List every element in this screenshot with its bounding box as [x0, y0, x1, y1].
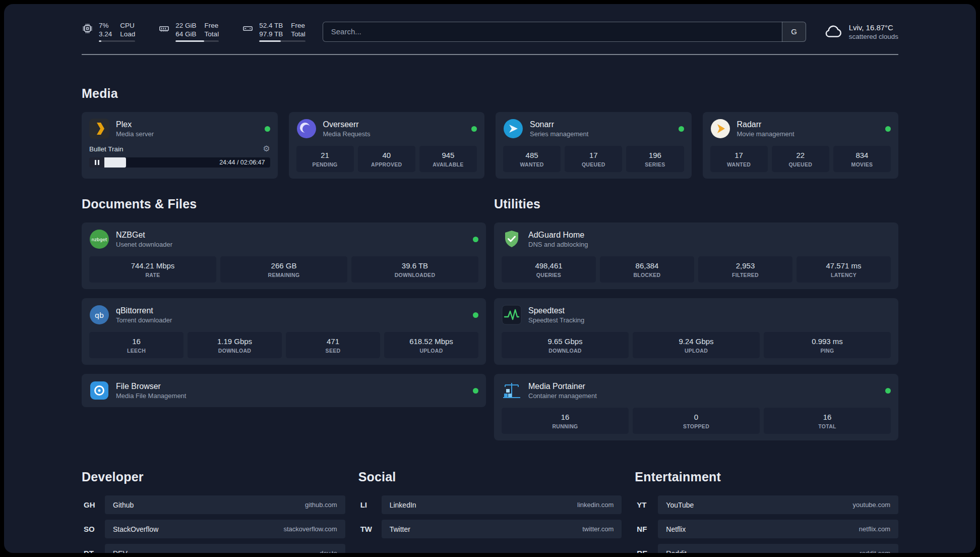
- service-desc: DNS and adblocking: [528, 241, 588, 248]
- gear-icon[interactable]: ⚙: [263, 145, 270, 153]
- section-title-utilities: Utilities: [494, 197, 898, 211]
- bookmark-link-youtube[interactable]: YouTube youtube.com: [658, 495, 898, 514]
- cpu-icon: [82, 23, 93, 34]
- stat-value: 834: [835, 151, 889, 160]
- bookmark-link-linkedin[interactable]: LinkedIn linkedin.com: [382, 495, 622, 514]
- resource-widget-cpu: 7% 3.24 CPU Load: [82, 21, 135, 42]
- disk-values: 52.4 TB 97.9 TB: [259, 21, 283, 38]
- pause-button[interactable]: [89, 157, 104, 168]
- stat-value: 16: [766, 413, 889, 422]
- bookmark-abbr: TW: [358, 520, 382, 538]
- speedtest-icon: [502, 305, 522, 325]
- disk-free: 52.4 TB: [259, 21, 283, 30]
- bookmark-url: stackoverflow.com: [283, 525, 337, 533]
- service-desc: Series management: [530, 130, 588, 138]
- service-name: Radarr: [737, 120, 794, 129]
- stat-tile: 17 WANTED: [710, 146, 768, 172]
- bookmark-abbr: DT: [82, 544, 105, 553]
- stat-tile: 16 LEECH: [89, 332, 183, 358]
- bookmark-url: linkedin.com: [577, 501, 614, 509]
- section-utilities: Utilities AdGuard Home DNS and adblockin…: [494, 197, 898, 440]
- service-card-qbittorrent[interactable]: qb qBittorrent Torrent downloader 16: [82, 298, 486, 365]
- stat-value: 40: [360, 151, 413, 160]
- service-desc: Media server: [116, 130, 154, 138]
- bookmark-abbr: SO: [82, 520, 105, 538]
- stat-label: PING: [766, 348, 889, 354]
- stat-tile: 16 TOTAL: [764, 408, 891, 434]
- cpu-values: 7% 3.24: [99, 21, 112, 38]
- bookmark-link-github[interactable]: Github github.com: [105, 495, 345, 514]
- stat-value: 9.65 Gbps: [504, 337, 627, 346]
- search-input[interactable]: [323, 22, 806, 42]
- cpu-label-bottom: Load: [120, 30, 135, 38]
- memory-free: 22 GiB: [175, 21, 196, 30]
- service-name: Sonarr: [530, 120, 588, 129]
- cloud-icon: [823, 22, 842, 41]
- stat-value: 0: [635, 413, 758, 422]
- stat-label: TOTAL: [766, 423, 889, 429]
- weather-widget: Lviv, 16.87°C scattered clouds: [823, 22, 898, 41]
- stat-value: 21: [298, 151, 352, 160]
- stat-tile: 17 QUEUED: [565, 146, 622, 172]
- section-title-social: Social: [358, 470, 622, 484]
- bookmark-link-twitter[interactable]: Twitter twitter.com: [382, 520, 622, 538]
- service-name: Speedtest: [528, 306, 584, 315]
- cpu-labels: CPU Load: [120, 21, 135, 38]
- search-bar: G: [323, 22, 806, 42]
- bookmark-name: Github: [113, 501, 134, 509]
- memory-values: 22 GiB 64 GiB: [175, 21, 196, 38]
- bookmark-name: StackOverflow: [113, 525, 158, 533]
- service-card-radarr[interactable]: Radarr Movie management 17 WANTED 22 QUE…: [703, 112, 899, 179]
- bookmark-name: Reddit: [666, 549, 686, 553]
- disk-label-bottom: Total: [291, 30, 305, 38]
- bookmark-url: reddit.com: [860, 549, 890, 553]
- bookmark-link-dev[interactable]: DEV dev.to: [105, 544, 345, 553]
- service-card-nzbget[interactable]: nzbget NZBGet Usenet downloader 744.21 M…: [82, 222, 486, 289]
- service-desc: Container management: [528, 392, 597, 400]
- section-documents: Documents & Files nzbget NZBGet Usenet d…: [82, 197, 486, 440]
- sonarr-icon: [503, 119, 523, 139]
- service-desc: Speedtest Tracking: [528, 316, 584, 324]
- stat-value: 17: [567, 151, 620, 160]
- search-provider-button[interactable]: G: [782, 22, 806, 42]
- bookmark-name: Netflix: [666, 525, 686, 533]
- service-card-sonarr[interactable]: Sonarr Series management 485 WANTED 17 Q…: [496, 112, 692, 179]
- bookmark-name: YouTube: [666, 501, 694, 509]
- stat-tile: 485 WANTED: [503, 146, 561, 172]
- service-desc: Usenet downloader: [116, 241, 172, 248]
- status-dot: [679, 126, 684, 132]
- bookmark-url: dev.to: [320, 549, 337, 553]
- stat-value: 485: [505, 151, 559, 160]
- weather-condition: scattered clouds: [849, 33, 898, 40]
- service-name: qBittorrent: [116, 306, 172, 315]
- stat-value: 618.52 Mbps: [386, 337, 476, 346]
- stat-value: 2,953: [700, 261, 790, 270]
- memory-label-bottom: Total: [205, 30, 219, 38]
- plex-icon: [89, 119, 109, 139]
- service-card-plex[interactable]: Plex Media server Bullet Train ⚙: [82, 112, 278, 179]
- bookmark-row: YT YouTube youtube.com: [635, 495, 898, 514]
- service-card-filebrowser[interactable]: File Browser Media File Management: [82, 374, 486, 407]
- disk-usage-bar: [259, 40, 305, 42]
- disk-label-top: Free: [291, 21, 305, 30]
- playback-progress-bar[interactable]: 24:44 / 02:06:47: [89, 157, 270, 168]
- service-card-overseerr[interactable]: Overseerr Media Requests 21 PENDING 40 A…: [289, 112, 485, 179]
- stat-tile: 40 APPROVED: [358, 146, 415, 172]
- service-name: NZBGet: [116, 230, 172, 240]
- disk-labels: Free Total: [291, 21, 305, 38]
- svg-text:nzbget: nzbget: [92, 237, 107, 242]
- bookmark-link-reddit[interactable]: Reddit reddit.com: [658, 544, 898, 553]
- stat-value: 498,461: [504, 261, 594, 270]
- stat-label: UPLOAD: [635, 348, 758, 354]
- adguard-icon: [502, 229, 522, 249]
- bookmark-link-netflix[interactable]: Netflix netflix.com: [658, 520, 898, 538]
- filebrowser-icon: [89, 380, 109, 401]
- service-name: AdGuard Home: [528, 230, 588, 240]
- service-card-speedtest[interactable]: Speedtest Speedtest Tracking 9.65 Gbps D…: [494, 298, 898, 365]
- service-card-adguard[interactable]: AdGuard Home DNS and adblocking 498,461 …: [494, 222, 898, 289]
- service-desc: Torrent downloader: [116, 316, 172, 324]
- stat-tile: 86,384 BLOCKED: [600, 256, 694, 283]
- service-card-portainer[interactable]: Media Portainer Container management 16 …: [494, 374, 898, 440]
- memory-label-top: Free: [205, 21, 219, 30]
- bookmark-link-stackoverflow[interactable]: StackOverflow stackoverflow.com: [105, 520, 345, 538]
